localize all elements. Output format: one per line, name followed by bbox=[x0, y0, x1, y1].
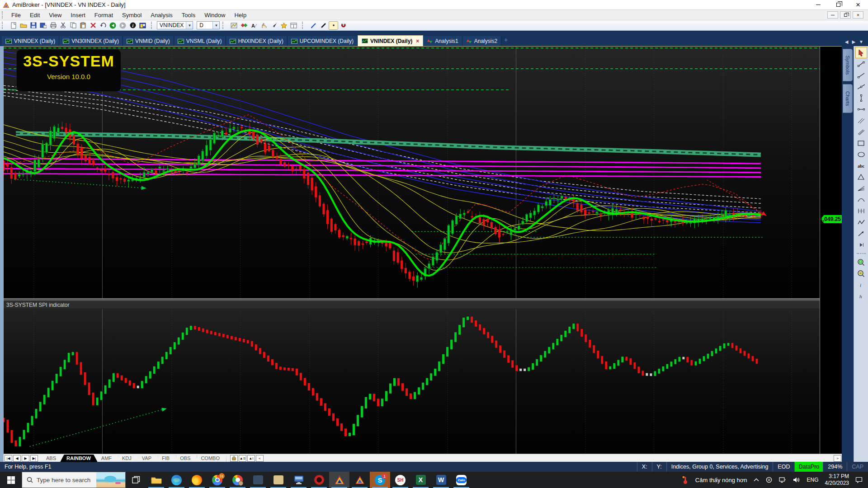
colors-icon[interactable] bbox=[239, 21, 249, 30]
zoom-in-tool-icon[interactable] bbox=[855, 257, 867, 268]
toolbar-grip-3[interactable] bbox=[222, 22, 225, 28]
tabs-scroll-right-icon[interactable]: ▶ bbox=[852, 39, 855, 44]
symbol-combo[interactable]: VNINDEX ▼ bbox=[157, 21, 193, 29]
symbol-combo-dropdown-icon[interactable]: ▼ bbox=[186, 22, 193, 29]
network-icon[interactable] bbox=[779, 477, 787, 483]
indicator-icon[interactable] bbox=[229, 21, 239, 30]
taskbar-excel-icon[interactable]: X bbox=[410, 472, 431, 488]
tabs-scroll-left-icon[interactable]: ◀ bbox=[845, 39, 849, 44]
minimize-button[interactable] bbox=[808, 0, 828, 9]
sheet-tab-amf[interactable]: AMF bbox=[95, 455, 118, 462]
open-icon[interactable] bbox=[19, 21, 28, 30]
close-button[interactable]: × bbox=[848, 0, 868, 9]
taskbar-zalo-icon[interactable]: Zalo bbox=[451, 472, 472, 488]
mdi-restore-button[interactable] bbox=[840, 11, 851, 19]
spi-chart-canvas[interactable] bbox=[4, 309, 820, 454]
menu-symbol[interactable]: Symbol bbox=[118, 11, 146, 19]
taskbar-chrome-profile-icon[interactable] bbox=[227, 472, 248, 488]
menubar-grip[interactable] bbox=[2, 11, 5, 18]
horizontal-line-tool-icon[interactable] bbox=[855, 103, 867, 115]
menu-analysis[interactable]: Analysis bbox=[146, 11, 177, 19]
menu-file[interactable]: File bbox=[7, 11, 25, 19]
menu-help[interactable]: Help bbox=[230, 11, 251, 19]
mdi-close-button[interactable]: × bbox=[853, 11, 863, 19]
mdi-minimize-button[interactable] bbox=[827, 11, 838, 19]
menu-window[interactable]: Window bbox=[200, 11, 230, 19]
parallel-lines-tool-icon[interactable] bbox=[855, 115, 867, 126]
text-tool-icon[interactable]: abc bbox=[855, 160, 867, 171]
document-tab-vnsml-daily-[interactable]: VNSML (Daily) bbox=[174, 36, 226, 46]
sheet-tab-kdj[interactable]: KDJ bbox=[116, 455, 138, 462]
weather-icon[interactable] bbox=[682, 475, 689, 484]
print-icon[interactable] bbox=[48, 21, 58, 30]
taskbar-remote-desktop-icon[interactable] bbox=[288, 472, 309, 488]
volume-icon[interactable] bbox=[793, 477, 801, 483]
restore-button[interactable] bbox=[828, 0, 848, 9]
document-tab-analysis1[interactable]: Analysis1 bbox=[423, 36, 462, 46]
tray-chevron-icon[interactable] bbox=[754, 478, 759, 482]
arc-tool-icon[interactable] bbox=[855, 194, 867, 205]
taskbar-task-view-icon[interactable] bbox=[126, 472, 146, 488]
document-tab-analysis2[interactable]: Analysis2 bbox=[462, 36, 501, 46]
spi-indicator-pane[interactable]: 3S-SYSTEM SPI indicator bbox=[4, 301, 820, 454]
magnet-icon[interactable] bbox=[339, 21, 348, 30]
sheet-tab-obs[interactable]: OBS bbox=[174, 455, 197, 462]
delete-icon[interactable] bbox=[88, 21, 98, 30]
text-tool-icon[interactable]: A bbox=[249, 21, 259, 30]
menu-edit[interactable]: Edit bbox=[25, 11, 44, 19]
taskbar-chrome-h-icon[interactable]: H bbox=[207, 472, 227, 488]
paste-icon[interactable] bbox=[78, 21, 88, 30]
sheet-first-button[interactable]: |◀ bbox=[5, 455, 12, 462]
sheet-prev-button[interactable]: ◀ bbox=[13, 455, 21, 462]
taskbar-amibroker-icon[interactable] bbox=[349, 472, 370, 488]
new-tab-ghost-icon[interactable]: + bbox=[504, 36, 508, 43]
menu-format[interactable]: Format bbox=[90, 11, 118, 19]
arrow-tool-icon[interactable] bbox=[855, 228, 867, 239]
save-icon[interactable] bbox=[28, 21, 38, 30]
search-highlight-image[interactable] bbox=[96, 472, 125, 488]
taskbar-firefox-icon[interactable] bbox=[187, 472, 207, 488]
trend-line-tool-icon[interactable] bbox=[855, 58, 867, 70]
more-tool-icon[interactable] bbox=[855, 239, 867, 250]
document-tab-vnindex-daily-[interactable]: VNINDEX (Daily) bbox=[2, 36, 59, 46]
pencil-blue-icon[interactable] bbox=[309, 21, 318, 30]
info-icon[interactable]: i bbox=[128, 21, 137, 30]
weather-text[interactable]: Cảm thấy nóng hơn bbox=[695, 477, 747, 483]
menu-insert[interactable]: Insert bbox=[66, 11, 90, 19]
dot-tool-icon[interactable] bbox=[329, 21, 338, 30]
zoom-out-tool-icon[interactable] bbox=[855, 268, 867, 279]
close-tab-icon[interactable]: × bbox=[416, 38, 419, 44]
tag-h-tool-icon[interactable]: h bbox=[855, 291, 867, 302]
sheet-last-button[interactable]: ▶| bbox=[30, 455, 38, 462]
ray-line-tool-icon[interactable] bbox=[855, 70, 867, 81]
sheet-tab-rainbow[interactable]: RAINBOW bbox=[60, 455, 98, 462]
rectangle-tool-icon[interactable] bbox=[855, 137, 867, 149]
undo-icon[interactable] bbox=[98, 21, 108, 30]
document-tab-vnindex-daily-[interactable]: VNINDEX (Daily)× bbox=[358, 35, 423, 46]
sheet-up-s-button[interactable]: ▲S bbox=[239, 455, 246, 462]
tray-app-icon[interactable] bbox=[765, 477, 773, 483]
language-indicator[interactable]: ENG bbox=[807, 477, 819, 483]
charts-panel-tab[interactable]: Charts bbox=[843, 84, 853, 113]
clock[interactable]: 3:17 PM 4/20/2023 bbox=[825, 473, 849, 487]
sheet-scroll-right-button[interactable]: > bbox=[834, 455, 841, 462]
taskbar-file-explorer-icon[interactable] bbox=[146, 472, 166, 488]
extended-line-tool-icon[interactable] bbox=[855, 81, 867, 92]
main-chart-canvas[interactable] bbox=[4, 47, 820, 298]
triangle-tool-icon[interactable] bbox=[855, 171, 867, 183]
cycle-lines-tool-icon[interactable] bbox=[855, 205, 867, 216]
document-tab-vnmid-daily-[interactable]: VNMID (Daily) bbox=[123, 36, 174, 46]
sheet-tab-combo[interactable]: COMBO bbox=[194, 455, 226, 462]
document-tab-hnxindex-daily-[interactable]: HNXINDEX (Daily) bbox=[226, 36, 288, 46]
save-db-icon[interactable] bbox=[38, 21, 48, 30]
menu-tools[interactable]: Tools bbox=[177, 11, 200, 19]
sheet-up-i-button[interactable]: ▲I bbox=[247, 455, 255, 462]
window-grid-icon[interactable] bbox=[289, 21, 298, 30]
layout-icon[interactable] bbox=[138, 21, 147, 30]
start-button[interactable] bbox=[0, 472, 22, 488]
sheet-tab-fib[interactable]: FIB bbox=[156, 455, 176, 462]
favorite-icon[interactable] bbox=[279, 21, 288, 30]
vertical-line-tool-icon[interactable] bbox=[855, 92, 867, 103]
document-tab-vn30index-daily-[interactable]: VN30INDEX (Daily) bbox=[59, 36, 123, 46]
regression-channel-tool-icon[interactable] bbox=[855, 126, 867, 137]
